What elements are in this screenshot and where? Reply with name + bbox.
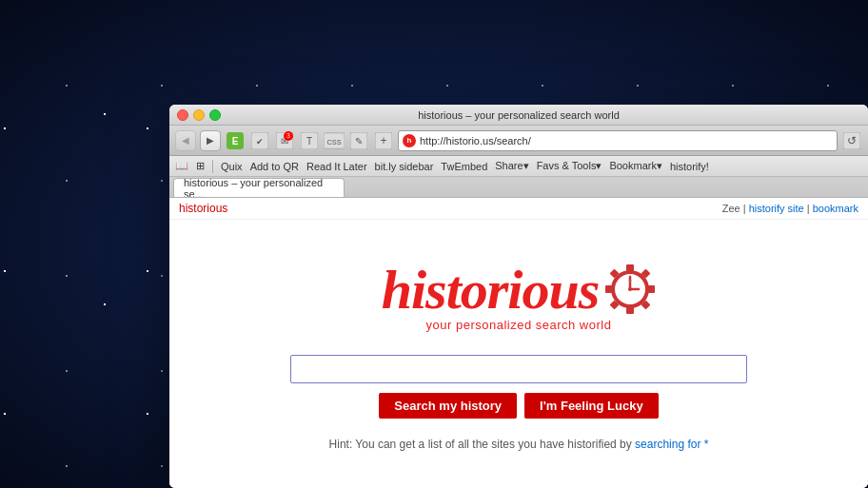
tab-bar: historious – your personalized se... [169,177,868,198]
site-logo-link[interactable]: historious [179,202,227,215]
bookmark-read-it-later[interactable]: Read It Later [306,161,367,172]
title-bar: historious – your personalized search wo… [169,105,868,126]
logo-tagline: your personalized search world [426,318,612,332]
svg-rect-19 [648,285,655,293]
window-controls [177,109,221,121]
site-favicon: h [403,134,416,147]
feeling-lucky-button[interactable]: I'm Feeling Lucky [524,393,659,419]
svg-text:✎: ✎ [355,136,363,146]
address-bar-container: h [398,130,838,151]
browser-window: historious – your personalized search wo… [169,105,868,488]
close-button[interactable] [177,109,188,121]
add-button[interactable]: + [373,130,394,151]
minimize-button[interactable] [193,109,205,121]
back-button[interactable]: ◀ [175,130,196,151]
logo-text: historious [382,258,600,322]
page-header: historious Zee | historify site | bookma… [169,198,868,220]
tab-label: historious – your personalized se... [184,178,334,197]
logo-main: historious [382,258,657,322]
tab-historious[interactable]: historious – your personalized se... [173,178,345,197]
bookmark-favs-tools[interactable]: Favs & Tools▾ [537,160,602,172]
hint-text: Hint: You can get a list of all the site… [329,438,709,451]
svg-point-28 [628,287,632,291]
search-area: Search my history I'm Feeling Lucky [290,355,747,419]
toolbar: ◀ ▶ E ✔ ✉ 3 T [169,126,868,156]
svg-text:12: 12 [628,279,633,283]
edit-button[interactable]: ✎ [348,130,369,151]
historify-site-link[interactable]: historify site [749,203,804,214]
svg-rect-16 [626,264,634,271]
forward-button[interactable]: ▶ [200,130,221,151]
svg-text:CSS: CSS [326,137,341,146]
page-content: historious Zee | historify site | bookma… [169,198,868,488]
hint-main-text: Hint: You can get a list of all the site… [329,438,632,451]
search-input[interactable] [290,355,747,383]
current-user: Zee [722,203,740,214]
search-my-history-button[interactable]: Search my history [379,393,517,419]
bookmark-bookmark[interactable]: Bookmark▾ [609,160,662,172]
bookmarks-separator [212,160,213,173]
bookmark-quix[interactable]: Quix [221,161,243,172]
email-badge: 3 [284,131,293,141]
reload-button[interactable]: ↺ [841,130,862,151]
bookmark-add-to-qr[interactable]: Add to QR [250,161,299,172]
svg-text:+: + [380,134,386,147]
header-nav: Zee | historify site | bookmark [722,203,858,214]
bookmark-link[interactable]: bookmark [813,203,858,214]
search-buttons: Search my history I'm Feeling Lucky [379,393,658,419]
hint-link[interactable]: searching for * [635,438,708,451]
window-title: historious – your personalized search wo… [418,109,620,121]
bookmark-historify[interactable]: historify! [670,161,709,172]
svg-rect-18 [605,285,612,293]
svg-text:T: T [306,136,312,146]
svg-text:E: E [232,136,239,146]
main-content: historious [169,220,868,488]
text-button[interactable]: T [299,130,320,151]
bookmark-bitly[interactable]: bit.ly sidebar [375,161,434,172]
email-button[interactable]: ✉ 3 [274,130,295,151]
logo-clock-icon: 12 [604,264,656,315]
bookmarks-icon-book[interactable]: 📖 [175,160,188,172]
svg-text:↺: ↺ [847,134,857,147]
evernote-button[interactable]: E [225,130,246,151]
css-button[interactable]: CSS [324,130,345,151]
maximize-button[interactable] [209,109,221,121]
logo-container: historious [382,258,657,332]
bookmarks-bar: 📖 ⊞ Quix Add to QR Read It Later bit.ly … [169,156,868,177]
bookmarks-icon-grid[interactable]: ⊞ [196,160,205,172]
tool-button-1[interactable]: ✔ [249,130,270,151]
svg-rect-17 [626,307,634,314]
bookmark-twembed[interactable]: TwEmbed [441,161,487,172]
address-bar[interactable] [420,135,833,146]
bookmark-share[interactable]: Share▾ [495,160,528,172]
svg-text:✔: ✔ [256,137,264,146]
